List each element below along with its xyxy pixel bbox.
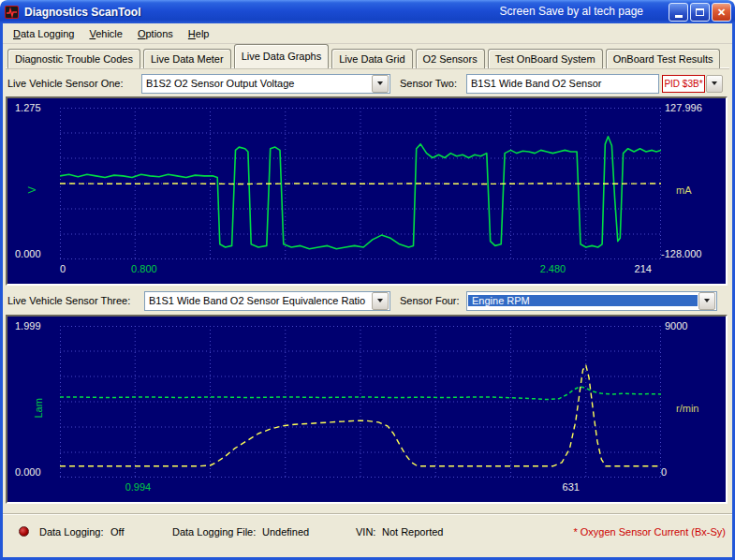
menu-data-logging[interactable]: Data Logging — [6, 26, 81, 41]
sensor-two-select[interactable]: B1S1 Wide Band O2 Sensor — [466, 74, 659, 94]
graph2-yleft-min: 0.000 — [15, 466, 41, 478]
tab-live-data-graphs[interactable]: Live Data Graphs — [234, 44, 330, 68]
tab-onboard-test-results[interactable]: OnBoard Test Results — [606, 49, 721, 68]
window-border-left — [0, 23, 3, 560]
graph1-yright-min: -128.000 — [661, 248, 701, 259]
graph1-x-label: 2.480 — [540, 263, 566, 274]
close-button[interactable]: ✕ — [712, 3, 731, 22]
dropdown-arrow-icon[interactable] — [372, 75, 389, 93]
maximize-button[interactable] — [690, 3, 710, 22]
dropdown-arrow-icon[interactable] — [372, 292, 389, 310]
window-title: Diagnostics ScanTool — [24, 6, 140, 19]
status-bar: Data Logging: Off Data Logging File: Und… — [6, 519, 729, 547]
app-icon — [5, 5, 20, 20]
tab-diagnostic-trouble-codes[interactable]: Diagnostic Trouble Codes — [7, 49, 140, 68]
graph2-x-label: 631 — [563, 481, 580, 493]
tab-live-data-meter[interactable]: Live Data Meter — [143, 49, 231, 68]
sensor-four-value: Engine RPM — [468, 295, 698, 306]
minimize-icon — [675, 15, 683, 18]
data-logging-led-icon — [19, 526, 29, 537]
title-bar[interactable]: Diagnostics ScanTool Screen Save by al t… — [0, 0, 735, 23]
oxygen-sensor-note: * Oxygen Sensor Current (Bx-Sy) — [573, 526, 726, 538]
app-window: Diagnostics ScanTool Screen Save by al t… — [0, 0, 735, 560]
sensor-one-label: Live Vehicle Sensor One: — [7, 78, 141, 89]
dropdown-arrow-icon[interactable] — [706, 75, 723, 93]
tab-test-onboard-system[interactable]: Test OnBoard System — [488, 49, 603, 68]
window-buttons: ✕ — [669, 3, 731, 22]
vin-label: VIN: — [356, 526, 375, 538]
graph2-yright-min: 0 — [661, 466, 667, 478]
graph-panel-two: 1.999 0.000 Lam 9000 0 r/min 0.994 631 — [6, 315, 728, 504]
sensor-three-label: Live Vehicle Sensor Three: — [7, 295, 144, 306]
maximize-icon — [696, 8, 704, 16]
sensor-four-label: Sensor Four: — [400, 295, 462, 306]
graph1-yright-unit: mA — [676, 184, 692, 196]
graph2-yleft-max: 1.999 — [15, 320, 41, 332]
sensor-one-select[interactable]: B1S2 O2 Sensor Output Voltage — [141, 74, 390, 94]
dropdown-arrow-icon[interactable] — [698, 292, 715, 310]
sensor-one-value: B1S2 O2 Sensor Output Voltage — [142, 78, 372, 89]
graph1-yleft-min: 0.000 — [15, 248, 41, 259]
graph2-yright-unit: r/min — [676, 403, 698, 414]
tab-strip: Diagnostic Trouble Codes Live Data Meter… — [7, 45, 728, 68]
graph2-yleft-unit: Lam — [33, 398, 44, 418]
graph2-x-labels: 0.994 631 — [60, 481, 661, 496]
pid-indicator: PID $3B* — [662, 75, 705, 93]
menu-bar: Data Logging Vehicle Options Help — [3, 23, 732, 44]
menu-help[interactable]: Help — [181, 26, 217, 41]
sensor-graph-two — [60, 326, 661, 478]
graph1-yleft-unit: V — [26, 186, 37, 193]
sensor-three-select[interactable]: B1S1 Wide Band O2 Sensor Equivalence Rat… — [144, 291, 390, 311]
menu-options[interactable]: Options — [130, 26, 181, 41]
sensor-three-value: B1S1 Wide Band O2 Sensor Equivalence Rat… — [145, 295, 372, 306]
graph1-x-labels: 0 0.800 2.480 214 — [60, 263, 661, 278]
sensor-four-select[interactable]: Engine RPM — [466, 291, 717, 311]
sensor-row-two: Live Vehicle Sensor Three: B1S1 Wide Ban… — [7, 290, 728, 311]
menu-vehicle[interactable]: Vehicle — [81, 26, 129, 41]
close-icon: ✕ — [717, 7, 726, 19]
graph1-x-label: 0 — [60, 263, 66, 274]
vin-value: Not Reported — [382, 526, 443, 538]
data-logging-value: Off — [110, 526, 124, 538]
data-logging-label: Data Logging: — [39, 526, 104, 538]
tab-live-data-grid[interactable]: Live Data Grid — [331, 49, 412, 68]
logging-file-value: Undefined — [262, 526, 309, 538]
graph1-yleft-max: 1.275 — [15, 102, 41, 113]
sensor-two-label: Sensor Two: — [400, 78, 462, 89]
graph1-x-label: 214 — [635, 263, 652, 274]
logging-file-label: Data Logging File: — [172, 526, 256, 538]
status-divider — [3, 513, 732, 515]
graph2-yright-max: 9000 — [665, 320, 687, 332]
tab-o2-sensors[interactable]: O2 Sensors — [416, 49, 485, 68]
minimize-button[interactable] — [669, 3, 688, 22]
graph-panel-one: 1.275 0.000 V 127.996 -128.000 mA 0 0.80… — [6, 96, 728, 286]
sensor-row-one: Live Vehicle Sensor One: B1S2 O2 Sensor … — [7, 73, 728, 94]
sensor-graph-one — [60, 108, 661, 259]
graph2-x-label: 0.994 — [125, 481, 152, 493]
titlebar-note: Screen Save by al tech page — [500, 5, 643, 18]
sensor-two-value: B1S1 Wide Band O2 Sensor — [467, 78, 658, 89]
graph1-yright-max: 127.996 — [665, 102, 702, 113]
graph1-x-label: 0.800 — [131, 263, 157, 274]
